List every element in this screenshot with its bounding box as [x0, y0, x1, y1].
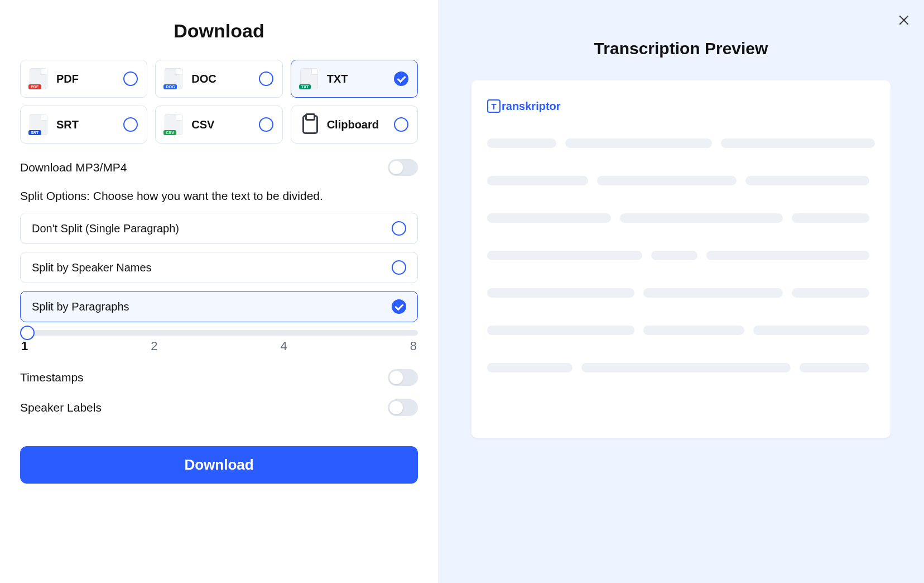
slider-labels: 1 2 4 8 — [20, 339, 418, 353]
brand-logo: T ranskriptor — [487, 99, 875, 113]
file-pdf-icon: PDF — [30, 68, 47, 89]
download-media-toggle[interactable] — [388, 159, 418, 176]
split-options-heading: Split Options: Choose how you want the t… — [20, 189, 418, 203]
brand-icon: T — [487, 99, 501, 113]
slider-track[interactable] — [20, 330, 418, 336]
split-option-paragraphs[interactable]: Split by Paragraphs — [20, 291, 418, 322]
format-pdf[interactable]: PDF PDF — [20, 60, 147, 98]
skeleton-paragraph — [487, 176, 875, 185]
timestamps-row: Timestamps — [20, 369, 418, 386]
format-txt[interactable]: TXT TXT — [291, 60, 418, 98]
timestamps-label: Timestamps — [20, 371, 84, 384]
slider-thumb[interactable] — [20, 326, 35, 340]
download-button[interactable]: Download — [20, 446, 418, 484]
radio-icon — [259, 117, 273, 132]
preview-card: T ranskriptor — [471, 80, 891, 438]
radio-icon — [392, 221, 406, 236]
page-title: Download — [20, 20, 418, 42]
radio-icon — [123, 117, 138, 132]
speaker-labels-toggle[interactable] — [388, 399, 418, 416]
speaker-labels-row: Speaker Labels — [20, 399, 418, 416]
format-label: SRT — [56, 118, 123, 131]
timestamps-toggle[interactable] — [388, 369, 418, 386]
format-csv[interactable]: CSV CSV — [155, 106, 282, 144]
format-doc[interactable]: DOC DOC — [155, 60, 282, 98]
preview-title: Transcription Preview — [471, 39, 891, 58]
slider-tick: 1 — [21, 339, 28, 353]
download-panel: Download PDF PDF DOC DOC TXT TXT — [0, 0, 438, 583]
file-csv-icon: CSV — [165, 114, 182, 135]
download-media-label: Download MP3/MP4 — [20, 161, 127, 174]
format-label: Clipboard — [327, 118, 394, 131]
preview-panel: Transcription Preview T ranskriptor — [438, 0, 924, 583]
split-option-dont-split[interactable]: Don't Split (Single Paragraph) — [20, 213, 418, 244]
split-option-label: Split by Paragraphs — [32, 300, 129, 313]
radio-icon — [394, 117, 408, 132]
split-option-speaker-names[interactable]: Split by Speaker Names — [20, 252, 418, 283]
file-txt-icon: TXT — [300, 68, 318, 89]
download-media-row: Download MP3/MP4 — [20, 159, 418, 176]
skeleton-paragraph — [487, 251, 875, 260]
split-option-label: Split by Speaker Names — [32, 261, 152, 274]
brand-text: ranskriptor — [502, 100, 561, 113]
clipboard-icon — [302, 115, 318, 134]
slider-tick: 4 — [281, 339, 287, 353]
radio-icon — [123, 71, 138, 86]
format-label: PDF — [56, 73, 123, 85]
split-option-label: Don't Split (Single Paragraph) — [32, 222, 179, 235]
format-srt[interactable]: SRT SRT — [20, 106, 147, 144]
format-label: CSV — [191, 118, 258, 131]
file-doc-icon: DOC — [165, 68, 182, 89]
skeleton-paragraph — [487, 138, 875, 148]
skeleton-paragraph — [487, 326, 875, 335]
radio-checked-icon — [394, 71, 408, 86]
speaker-labels-label: Speaker Labels — [20, 401, 102, 414]
skeleton-paragraph — [487, 213, 875, 223]
format-clipboard[interactable]: Clipboard — [291, 106, 418, 144]
radio-icon — [259, 71, 273, 86]
skeleton-paragraph — [487, 363, 875, 372]
format-label: TXT — [327, 73, 394, 85]
close-icon[interactable] — [897, 13, 911, 27]
slider-tick: 2 — [151, 339, 157, 353]
radio-checked-icon — [392, 299, 406, 314]
radio-icon — [392, 260, 406, 275]
skeleton-paragraph — [487, 288, 875, 298]
file-srt-icon: SRT — [30, 114, 47, 135]
format-grid: PDF PDF DOC DOC TXT TXT SRT — [20, 60, 418, 144]
format-label: DOC — [191, 73, 258, 85]
slider-tick: 8 — [410, 339, 417, 353]
paragraph-slider: 1 2 4 8 — [20, 330, 418, 353]
